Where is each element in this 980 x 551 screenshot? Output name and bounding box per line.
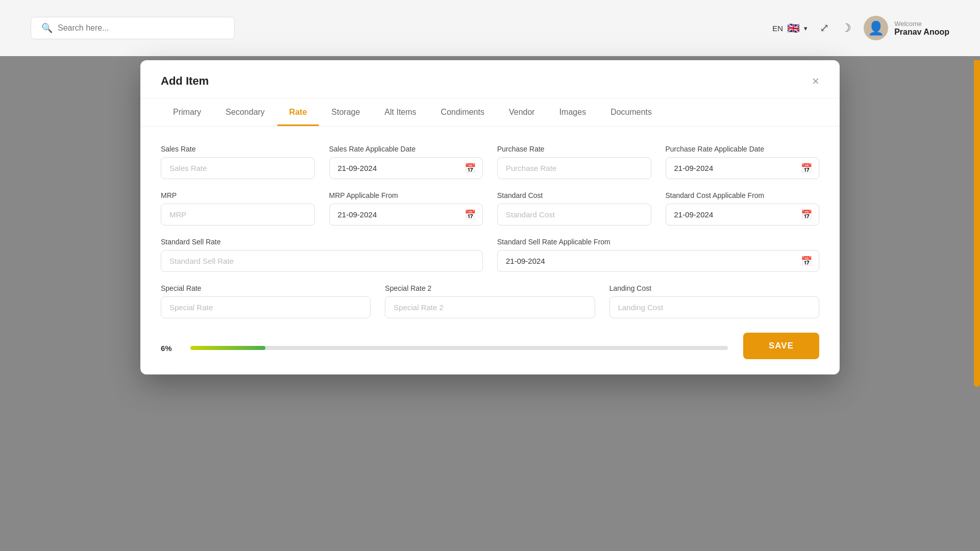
form-row-2: MRP MRP Applicable From 📅 Standard Cost …: [161, 191, 819, 226]
special-rate2-input[interactable]: [385, 296, 595, 318]
form-row-4: Special Rate Special Rate 2 Landing Cost: [161, 284, 819, 318]
standard-sell-rate-date-input[interactable]: [497, 250, 819, 272]
standard-sell-rate-date-wrapper: 📅: [497, 250, 819, 272]
standard-sell-rate-label: Standard Sell Rate: [161, 238, 483, 246]
avatar: 👤: [864, 16, 888, 40]
mrp-group: MRP: [161, 191, 315, 226]
chevron-down-icon: ▾: [804, 24, 807, 32]
purchase-rate-group: Purchase Rate: [497, 145, 651, 179]
standard-sell-rate-date-label: Standard Sell Rate Applicable From: [497, 238, 819, 246]
flag-icon: 🇬🇧: [787, 22, 800, 34]
progress-bar-background: [190, 346, 728, 350]
purchase-rate-input[interactable]: [497, 157, 651, 179]
add-item-modal: Add Item × Primary Secondary Rate Storag…: [140, 60, 840, 374]
standard-sell-rate-group: Standard Sell Rate: [161, 238, 483, 272]
sales-rate-date-input[interactable]: [329, 157, 483, 179]
standard-cost-date-input[interactable]: [666, 204, 820, 226]
mrp-input[interactable]: [161, 204, 315, 226]
landing-cost-input[interactable]: [609, 296, 819, 318]
tab-rate[interactable]: Rate: [277, 98, 320, 126]
tab-alt-items[interactable]: Alt Items: [372, 98, 428, 126]
sales-rate-input[interactable]: [161, 157, 315, 179]
mrp-date-label: MRP Applicable From: [329, 191, 483, 199]
purchase-rate-date-input[interactable]: [666, 157, 820, 179]
progress-area: 6%: [161, 340, 728, 353]
mrp-date-group: MRP Applicable From 📅: [329, 191, 483, 226]
search-icon: 🔍: [41, 22, 53, 34]
tab-condiments[interactable]: Condiments: [429, 98, 497, 126]
standard-cost-date-group: Standard Cost Applicable From 📅: [666, 191, 820, 226]
form-row-3: Standard Sell Rate Standard Sell Rate Ap…: [161, 238, 819, 272]
sales-rate-date-label: Sales Rate Applicable Date: [329, 145, 483, 153]
language-selector[interactable]: EN 🇬🇧 ▾: [772, 22, 807, 34]
tab-vendor[interactable]: Vendor: [497, 98, 547, 126]
standard-cost-date-wrapper: 📅: [666, 204, 820, 226]
landing-cost-label: Landing Cost: [609, 284, 819, 292]
modal-title: Add Item: [161, 74, 209, 88]
username: Pranav Anoop: [894, 28, 949, 37]
sales-rate-group: Sales Rate: [161, 145, 315, 179]
special-rate2-label: Special Rate 2: [385, 284, 595, 292]
save-button[interactable]: SAVE: [743, 333, 819, 359]
standard-cost-group: Standard Cost: [497, 191, 651, 226]
search-input[interactable]: [58, 23, 224, 33]
topbar-right: EN 🇬🇧 ▾ ⤢ ☽ 👤 Welcome Pranav Anoop: [772, 16, 949, 40]
purchase-rate-date-label: Purchase Rate Applicable Date: [666, 145, 820, 153]
modal-footer: 6% SAVE: [161, 333, 819, 359]
close-button[interactable]: ×: [812, 75, 819, 87]
standard-sell-rate-date-group: Standard Sell Rate Applicable From 📅: [497, 238, 819, 272]
landing-cost-group: Landing Cost: [609, 284, 819, 318]
dark-mode-icon[interactable]: ☽: [841, 21, 851, 35]
modal-body: Sales Rate Sales Rate Applicable Date 📅 …: [140, 127, 840, 374]
standard-cost-input[interactable]: [497, 204, 651, 226]
special-rate-label: Special Rate: [161, 284, 371, 292]
tabs-container: Primary Secondary Rate Storage Alt Items…: [140, 98, 840, 127]
standard-cost-date-label: Standard Cost Applicable From: [666, 191, 820, 199]
progress-bar-fill: [190, 346, 265, 350]
user-info: Welcome Pranav Anoop: [894, 20, 949, 37]
special-rate-group: Special Rate: [161, 284, 371, 318]
tab-storage[interactable]: Storage: [319, 98, 372, 126]
progress-label: 6%: [161, 344, 180, 353]
topbar: 🔍 EN 🇬🇧 ▾ ⤢ ☽ 👤 Welcome Pranav Anoop: [0, 0, 980, 56]
standard-sell-rate-input[interactable]: [161, 250, 483, 272]
purchase-rate-label: Purchase Rate: [497, 145, 651, 153]
form-row-1: Sales Rate Sales Rate Applicable Date 📅 …: [161, 145, 819, 179]
sales-rate-date-group: Sales Rate Applicable Date 📅: [329, 145, 483, 179]
modal-header: Add Item ×: [140, 60, 840, 98]
mrp-date-wrapper: 📅: [329, 204, 483, 226]
tab-documents[interactable]: Documents: [598, 98, 664, 126]
mrp-label: MRP: [161, 191, 315, 199]
search-bar[interactable]: 🔍: [31, 17, 235, 39]
expand-icon[interactable]: ⤢: [820, 21, 829, 35]
purchase-rate-date-wrapper: 📅: [666, 157, 820, 179]
orange-sidebar-decoration: [974, 60, 980, 387]
lang-label: EN: [772, 24, 783, 33]
mrp-date-input[interactable]: [329, 204, 483, 226]
purchase-rate-date-group: Purchase Rate Applicable Date 📅: [666, 145, 820, 179]
tab-primary[interactable]: Primary: [161, 98, 213, 126]
welcome-text: Welcome: [894, 20, 949, 28]
standard-cost-label: Standard Cost: [497, 191, 651, 199]
sales-rate-date-wrapper: 📅: [329, 157, 483, 179]
user-area: 👤 Welcome Pranav Anoop: [864, 16, 949, 40]
tab-secondary[interactable]: Secondary: [213, 98, 277, 126]
tab-images[interactable]: Images: [547, 98, 598, 126]
special-rate-input[interactable]: [161, 296, 371, 318]
special-rate2-group: Special Rate 2: [385, 284, 595, 318]
sales-rate-label: Sales Rate: [161, 145, 315, 153]
